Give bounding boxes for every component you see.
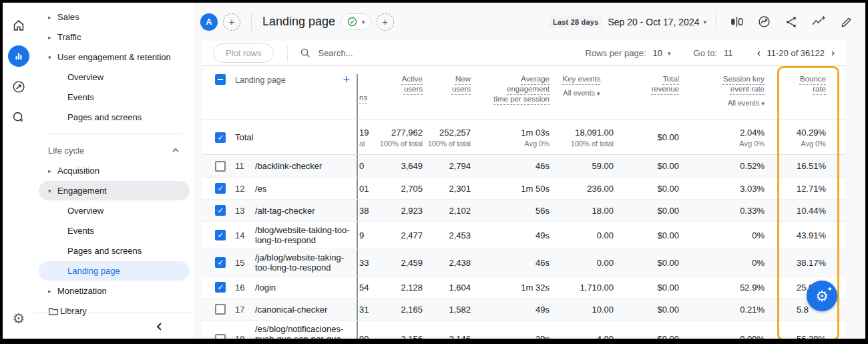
prev-page-icon[interactable] [756,49,762,58]
col-header-bounce-rate[interactable]: Bounce rate [793,74,826,94]
sessions-cut-value: 01 [359,184,371,194]
table-row: 11 /backlink-checker 0 3,649 2,794 46s 5… [202,155,845,177]
ai-assistant-fab[interactable]: ⚙ ✦ [807,281,837,311]
row-number: 11 [235,161,255,171]
col-header-session-key-event-rate[interactable]: Session key event rate [706,74,765,94]
row-number: 17 [235,305,255,315]
sidebar-item[interactable]: ▾ User engagement & retention [39,47,190,67]
col-header-total-revenue[interactable]: Total revenue [640,74,679,94]
edit-pencil-icon[interactable] [840,15,853,29]
add-dimension-icon[interactable]: + [343,74,350,85]
bounce-rate-value: 16.51% [765,161,826,171]
landing-page-path: /ja/blog/website-taking-too-long-to-resp… [255,249,357,276]
bounce-rate-value: 12.71% [765,184,826,194]
total-label: Total [235,132,357,142]
plot-rows-button[interactable]: Plot rows [213,43,274,63]
trends-sparkle-icon[interactable] [811,15,827,29]
sidebar-item-label: User engagement & retention [57,52,171,62]
row-checkbox[interactable] [215,183,226,194]
row-number: 16 [235,283,255,293]
col-header-key-events[interactable]: Key events [563,74,601,84]
chevron-down-icon[interactable]: ▾ [668,50,671,57]
row-checkbox[interactable] [215,334,226,344]
check-circle-icon [347,16,358,27]
active-users-value: 3,649 [371,161,423,171]
advertising-icon[interactable] [8,107,29,128]
sessions-cut-value: 38 [359,206,371,216]
key-events-value: 18.00 [550,206,614,216]
chevron-up-icon [171,146,180,154]
select-all-checkbox[interactable] [215,74,226,85]
home-icon[interactable] [8,15,29,36]
row-checkbox[interactable] [215,282,226,293]
sidebar-item[interactable]: ▸ Sales [39,7,190,27]
bounce-rate-value: 10.44% [765,206,826,216]
date-range-selector[interactable]: Sep 20 - Oct 17, 2024 [608,17,699,27]
admin-gear-icon[interactable]: ⚙ [8,308,29,329]
session-key-event-rate-value: 0.09% [679,334,765,344]
explore-icon[interactable] [8,76,29,98]
new-users-value: 2,794 [423,161,471,171]
sidebar-item[interactable]: Events [39,88,190,107]
sidebar-item[interactable]: ▾ Engagement [39,181,190,200]
sidebar-item[interactable]: Pages and screens [39,241,190,261]
row-checkbox[interactable] [215,161,226,172]
active-users-value: 2,165 [371,305,423,315]
share-icon[interactable] [785,15,798,29]
goto-input[interactable]: 11 [724,48,733,58]
total-row-checkbox[interactable] [215,132,226,143]
row-number: 14 [235,230,255,240]
row-checkbox[interactable] [215,257,226,268]
add-comparison-button[interactable]: + [223,13,240,31]
dimension-header[interactable]: Landing page [235,74,286,85]
session-rate-filter[interactable]: All events ▾ [679,98,765,109]
col-header-avg-engagement-time[interactable]: Average engagement time per session [492,74,550,104]
rows-per-page-select[interactable]: 10 [653,48,662,58]
main-content: A + Landing page ▾ + Last 28 days Sep 20… [194,3,865,339]
row-checkbox[interactable] [215,304,226,315]
total-revenue-value: $0.00 [614,283,679,293]
session-key-event-rate-value: 0.21% [679,305,765,315]
chevron-down-icon[interactable]: ▾ [703,19,706,25]
sidebar-item-label: Pages and screens [57,112,142,122]
total-revenue-value: $0.00 [614,334,679,344]
col-header-new-users[interactable]: New users [443,74,471,94]
avg-engagement-time-value: 46s [471,161,550,171]
row-number: 15 [235,258,255,268]
session-key-event-rate-value: 0% [679,258,765,268]
insights-icon[interactable] [757,15,771,29]
next-page-icon[interactable] [830,49,836,58]
col-header-active-users[interactable]: Active users [391,74,423,94]
report-status-pill[interactable]: ▾ [341,13,371,30]
key-events-filter[interactable]: All events ▾ [550,88,614,99]
search-icon [300,47,311,59]
search-input[interactable] [318,48,465,58]
total-key-events: 18,091.00 [550,128,614,138]
sidebar-item[interactable]: ▸ Traffic [39,27,190,47]
sessions-cut-value: 33 [359,258,371,268]
reports-icon[interactable] [8,45,29,67]
add-report-tab-button[interactable]: + [377,13,394,31]
collapse-sidebar-icon[interactable] [155,321,164,332]
col-header-sessions-cut[interactable]: ns [359,94,371,102]
sidebar-item[interactable]: ▸ Monetization [39,281,190,301]
new-users-value: 2,102 [423,206,471,216]
chevron-down-icon: ▾ [362,19,365,25]
sidebar-item-label: Engagement [57,186,107,196]
sidebar-item-label: Acquisition [57,166,99,176]
avg-engagement-time-value: 1m 32s [471,283,550,293]
row-checkbox[interactable] [215,230,226,240]
sidebar-item[interactable]: Pages and screens [39,108,190,127]
sidebar-section-life-cycle[interactable]: Life cycle [39,141,190,160]
sidebar-item[interactable]: Events [39,221,190,240]
sidebar-item[interactable]: ▸ Acquisition [39,161,190,180]
sidebar-item[interactable]: Overview [39,67,190,87]
row-checkbox[interactable] [215,205,226,216]
account-avatar[interactable]: A [200,13,218,31]
sidebar-item[interactable]: Landing page [39,261,190,281]
comparison-icon[interactable] [730,15,744,29]
avg-engagement-time-value: 49s [471,230,550,240]
landing-page-path: /es [255,180,357,197]
sidebar-divider [45,134,183,134]
sidebar-item[interactable]: Overview [39,201,190,220]
